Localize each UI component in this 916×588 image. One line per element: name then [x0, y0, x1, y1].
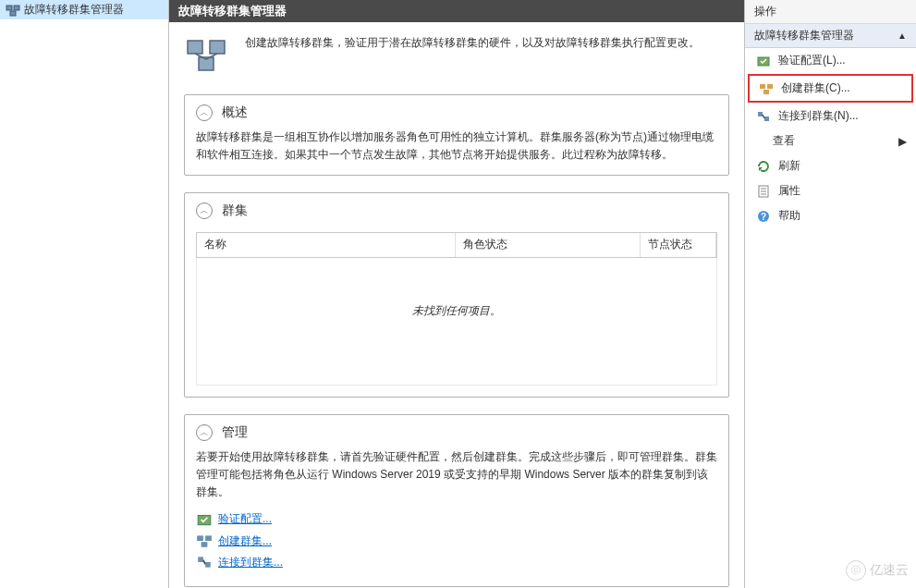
validate-config-icon: [196, 511, 213, 528]
clusters-empty-message: 未找到任何项目。: [196, 258, 717, 386]
svg-rect-20: [763, 90, 769, 94]
svg-text:?: ?: [761, 212, 766, 222]
svg-rect-4: [210, 41, 225, 54]
cluster-manager-icon: [6, 3, 20, 18]
svg-rect-11: [202, 542, 208, 547]
tree-pane: 故障转移群集管理器: [0, 0, 169, 588]
chevron-right-icon: ▶: [898, 135, 907, 148]
actions-header: 操作: [745, 0, 916, 24]
svg-rect-18: [760, 84, 765, 89]
svg-rect-12: [198, 557, 203, 563]
action-view[interactable]: 查看 ▶: [745, 129, 916, 153]
create-cluster-action-icon: [759, 81, 774, 96]
svg-rect-13: [205, 562, 211, 568]
col-name[interactable]: 名称: [197, 233, 456, 256]
actions-pane: 操作 故障转移群集管理器 ▲ 验证配置(L)... 创建群集(C)... 连接到…: [744, 0, 916, 588]
manage-section: ︿ 管理 若要开始使用故障转移群集，请首先验证硬件配置，然后创建群集。完成这些步…: [184, 414, 729, 587]
action-connect-cluster[interactable]: 连接到群集(N)...: [745, 104, 916, 129]
overview-section: ︿ 概述 故障转移群集是一组相互协作以增加服务器角色可用性的独立计算机。群集服务…: [184, 94, 729, 176]
overview-title: 概述: [222, 104, 248, 121]
svg-rect-3: [188, 41, 202, 54]
collapse-arrow-icon: ▲: [898, 31, 907, 41]
svg-rect-22: [764, 116, 769, 121]
watermark-icon: ⓒ: [846, 560, 866, 581]
connect-cluster-link[interactable]: 连接到群集...: [218, 554, 283, 571]
action-validate-config[interactable]: 验证配置(L)...: [745, 48, 916, 73]
svg-line-14: [203, 560, 205, 565]
svg-rect-21: [758, 112, 763, 116]
content-header: 故障转移群集管理器: [169, 0, 744, 22]
clusters-title: 群集: [222, 202, 248, 219]
svg-line-23: [763, 115, 764, 118]
connect-icon: [756, 109, 771, 124]
svg-rect-9: [197, 535, 203, 541]
svg-rect-2: [10, 11, 16, 16]
properties-icon: [756, 184, 771, 199]
connect-cluster-icon: [196, 554, 213, 570]
main-content: 故障转移群集管理器 创建故障转移群集，验证用于潜在故障转移群集的硬件，以及对故障…: [169, 0, 744, 588]
col-role-status[interactable]: 角色状态: [456, 233, 641, 256]
clusters-section: ︿ 群集 名称 角色状态 节点状态 未找到任何项目。: [184, 192, 729, 397]
svg-rect-1: [14, 6, 19, 10]
collapse-overview-button[interactable]: ︿: [196, 104, 213, 121]
refresh-icon: [756, 159, 771, 174]
intro-text: 创建故障转移群集，验证用于潜在故障转移群集的硬件，以及对故障转移群集执行配置更改…: [245, 31, 700, 51]
action-help[interactable]: ? 帮助: [745, 203, 916, 228]
watermark: ⓒ 亿速云: [846, 560, 909, 581]
action-properties[interactable]: 属性: [745, 178, 916, 203]
overview-body: 故障转移群集是一组相互协作以增加服务器角色可用性的独立计算机。群集服务器(称为节…: [185, 129, 728, 175]
tree-item-cluster-manager[interactable]: 故障转移群集管理器: [0, 0, 168, 19]
manage-title: 管理: [222, 424, 248, 441]
svg-rect-0: [6, 6, 12, 10]
help-icon: ?: [756, 209, 771, 224]
validate-config-link[interactable]: 验证配置...: [218, 510, 272, 528]
clusters-table-header: 名称 角色状态 节点状态: [196, 232, 717, 257]
svg-rect-10: [205, 535, 212, 541]
tree-item-label: 故障转移群集管理器: [24, 2, 124, 18]
validate-icon: [756, 54, 771, 68]
create-cluster-icon: [196, 533, 213, 549]
action-create-cluster[interactable]: 创建群集(C)...: [748, 74, 913, 103]
svg-rect-19: [767, 84, 773, 89]
svg-rect-5: [199, 57, 214, 70]
collapse-manage-button[interactable]: ︿: [196, 424, 213, 441]
col-node-status[interactable]: 节点状态: [641, 233, 716, 256]
actions-subheader[interactable]: 故障转移群集管理器 ▲: [745, 24, 916, 48]
create-cluster-link[interactable]: 创建群集...: [218, 533, 272, 550]
cluster-large-icon: [184, 31, 228, 76]
collapse-clusters-button[interactable]: ︿: [196, 202, 213, 219]
manage-body: 若要开始使用故障转移群集，请首先验证硬件配置，然后创建群集。完成这些步骤后，即可…: [196, 448, 717, 502]
action-refresh[interactable]: 刷新: [745, 153, 916, 178]
